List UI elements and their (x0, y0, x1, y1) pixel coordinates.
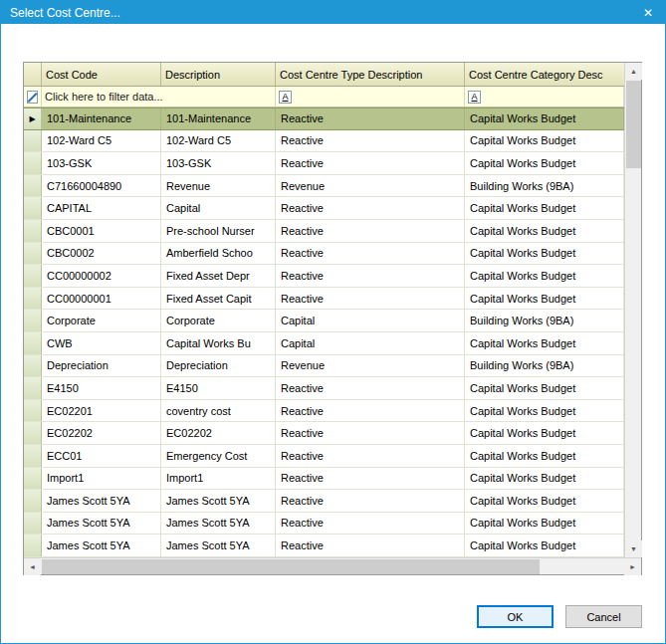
cell-description[interactable]: Revenue (161, 175, 276, 197)
table-row[interactable]: ▶ E4150 E4150 Reactive Capital Works Bud… (24, 377, 624, 400)
cell-type[interactable]: Reactive (276, 197, 465, 219)
horizontal-scrollbar-thumb[interactable] (42, 559, 540, 574)
cell-type[interactable]: Reactive (276, 108, 465, 129)
cell-type[interactable]: Capital (276, 310, 465, 331)
row-selector-cell[interactable]: ▶ (24, 197, 42, 219)
row-selector-cell[interactable]: ▶ (24, 288, 42, 310)
row-selector-cell[interactable]: ▶ (24, 243, 42, 265)
cell-type[interactable]: Reactive (276, 220, 465, 242)
cell-category[interactable]: Capital Works Budget (465, 468, 624, 490)
row-selector-cell[interactable]: ▶ (24, 422, 42, 444)
row-selector-cell[interactable]: ▶ (24, 490, 42, 512)
row-selector-cell[interactable]: ▶ (24, 108, 42, 129)
cell-cost-code[interactable]: E4150 (42, 377, 161, 399)
table-row[interactable]: ▶ Depreciation Depreciation Revenue Buil… (24, 355, 624, 378)
cell-description[interactable]: Import1 (161, 468, 276, 490)
cell-description[interactable]: Emergency Cost (161, 445, 276, 467)
cell-category[interactable]: Capital Works Budget (465, 130, 624, 152)
scroll-down-icon[interactable]: ▼ (625, 540, 642, 557)
cell-type[interactable]: Reactive (276, 513, 465, 535)
cell-type[interactable]: Reactive (276, 130, 465, 152)
row-selector-cell[interactable]: ▶ (24, 355, 42, 377)
filter-operator-icon[interactable]: A (468, 91, 481, 104)
row-selector-cell[interactable]: ▶ (24, 377, 42, 399)
table-row[interactable]: ▶ CC00000002 Fixed Asset Depr Reactive C… (24, 265, 624, 288)
cell-type[interactable]: Reactive (276, 445, 465, 467)
column-header-cost-code[interactable]: Cost Code (42, 63, 161, 86)
cell-category[interactable]: Capital Works Budget (465, 422, 624, 444)
cell-type[interactable]: Reactive (276, 468, 465, 490)
row-selector-cell[interactable]: ▶ (24, 445, 42, 467)
cell-cost-code[interactable]: 102-Ward C5 (42, 130, 161, 152)
cell-category[interactable]: Building Works (9BA) (465, 175, 624, 197)
cell-type[interactable]: Reactive (276, 400, 465, 422)
vertical-scrollbar-thumb[interactable] (626, 81, 641, 168)
cell-cost-code[interactable]: CWB (42, 332, 161, 354)
cell-description[interactable]: Fixed Asset Capit (161, 288, 276, 310)
cell-type[interactable]: Revenue (276, 175, 465, 197)
cell-description[interactable]: coventry cost (161, 400, 276, 422)
cell-description[interactable]: 103-GSK (161, 152, 276, 174)
vertical-scrollbar[interactable]: ▲ ▼ (624, 63, 641, 557)
table-row[interactable]: ▶ C71660004890 Revenue Revenue Building … (24, 175, 624, 198)
ok-button[interactable]: OK (477, 605, 554, 628)
row-selector-cell[interactable]: ▶ (24, 265, 42, 287)
cell-description[interactable]: James Scott 5YA (161, 490, 276, 512)
cell-category[interactable]: Capital Works Budget (465, 490, 624, 512)
cell-cost-code[interactable]: Depreciation (42, 355, 161, 377)
scroll-right-icon[interactable]: ► (624, 558, 641, 575)
row-selector-cell[interactable]: ▶ (24, 310, 42, 331)
cell-cost-code[interactable]: EC02202 (42, 422, 161, 444)
cell-type[interactable]: Reactive (276, 288, 465, 310)
column-header-type[interactable]: Cost Centre Type Description (276, 63, 465, 86)
cell-category[interactable]: Capital Works Budget (465, 220, 624, 242)
column-header-category[interactable]: Cost Centre Category Desc (465, 63, 624, 86)
row-selector-cell[interactable]: ▶ (24, 130, 42, 152)
cell-type[interactable]: Reactive (276, 490, 465, 512)
cell-cost-code[interactable]: James Scott 5YA (42, 490, 161, 512)
cell-category[interactable]: Capital Works Budget (465, 332, 624, 354)
cell-description[interactable]: 101-Maintenance (161, 108, 276, 129)
cell-cost-code[interactable]: EC02201 (42, 400, 161, 422)
cell-description[interactable]: Amberfield Schoo (161, 243, 276, 265)
cell-description[interactable]: Fixed Asset Depr (161, 265, 276, 287)
filter-prompt[interactable]: Click here to filter data... (42, 87, 276, 107)
filter-edit-cell[interactable] (24, 87, 42, 107)
cell-cost-code[interactable]: 103-GSK (42, 152, 161, 174)
table-row[interactable]: ▶ EC02202 EC02202 Reactive Capital Works… (24, 422, 624, 445)
cell-cost-code[interactable]: ECC01 (42, 445, 161, 467)
cell-cost-code[interactable]: CBC0001 (42, 220, 161, 242)
scroll-left-icon[interactable]: ◄ (24, 558, 41, 575)
cell-category[interactable]: Capital Works Budget (465, 243, 624, 265)
cell-description[interactable]: Pre-school Nurser (161, 220, 276, 242)
cell-category[interactable]: Capital Works Budget (465, 288, 624, 310)
cell-category[interactable]: Capital Works Budget (465, 108, 624, 129)
cell-category[interactable]: Capital Works Budget (465, 152, 624, 174)
cell-category[interactable]: Capital Works Budget (465, 377, 624, 399)
table-row[interactable]: ▶ CBC0001 Pre-school Nurser Reactive Cap… (24, 220, 624, 243)
cell-description[interactable]: 102-Ward C5 (161, 130, 276, 152)
cell-description[interactable]: James Scott 5YA (161, 513, 276, 535)
cell-cost-code[interactable]: James Scott 5YA (42, 535, 161, 556)
table-row[interactable]: ▶ Corporate Corporate Capital Building W… (24, 310, 624, 332)
cell-cost-code[interactable]: CC00000002 (42, 265, 161, 287)
cell-category[interactable]: Capital Works Budget (465, 535, 624, 556)
cell-type[interactable]: Reactive (276, 422, 465, 444)
table-row[interactable]: ▶ 101-Maintenance 101-Maintenance Reacti… (24, 107, 624, 130)
cell-cost-code[interactable]: Import1 (42, 468, 161, 490)
table-row[interactable]: ▶ James Scott 5YA James Scott 5YA Reacti… (24, 490, 624, 513)
row-selector-cell[interactable]: ▶ (24, 175, 42, 197)
table-row[interactable]: ▶ 103-GSK 103-GSK Reactive Capital Works… (24, 152, 624, 175)
cell-description[interactable]: Capital Works Bu (161, 332, 276, 354)
table-row[interactable]: ▶ James Scott 5YA James Scott 5YA Reacti… (24, 535, 624, 557)
cell-description[interactable]: James Scott 5YA (161, 535, 276, 556)
cell-type[interactable]: Reactive (276, 377, 465, 399)
filter-operator-icon[interactable]: A (279, 91, 292, 104)
cell-description[interactable]: EC02202 (161, 422, 276, 444)
table-row[interactable]: ▶ Import1 Import1 Reactive Capital Works… (24, 468, 624, 491)
row-selector-cell[interactable]: ▶ (24, 513, 42, 535)
cell-category[interactable]: Capital Works Budget (465, 513, 624, 535)
cell-category[interactable]: Building Works (9BA) (465, 310, 624, 331)
cell-description[interactable]: E4150 (161, 377, 276, 399)
table-row[interactable]: ▶ ECC01 Emergency Cost Reactive Capital … (24, 445, 624, 468)
